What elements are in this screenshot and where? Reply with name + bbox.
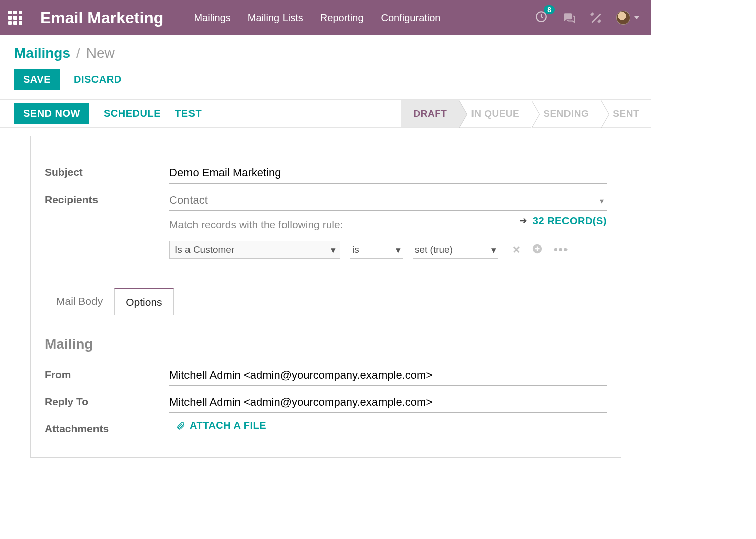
activities-button[interactable]: 8 — [535, 10, 548, 25]
paperclip-icon — [176, 421, 185, 430]
recipients-select[interactable] — [169, 191, 607, 211]
avatar — [616, 11, 630, 25]
reply-to-input[interactable] — [169, 393, 607, 413]
nav-mailing-lists[interactable]: Mailing Lists — [248, 12, 303, 24]
reply-to-label: Reply To — [45, 393, 169, 408]
apps-icon[interactable] — [8, 11, 22, 25]
status-in-queue[interactable]: IN QUEUE — [459, 100, 531, 127]
send-now-button[interactable]: SEND NOW — [14, 103, 89, 124]
form-sheet: Subject Recipients ▾ Match records with … — [30, 136, 621, 458]
chevron-down-icon: ▾ — [396, 244, 401, 256]
control-panel: Mailings / New SAVE DISCARD — [0, 35, 651, 100]
rule-operator-value: is — [352, 244, 359, 255]
status-sending-label: SENDING — [543, 108, 589, 119]
match-rule-hint: Match records with the following rule: — [169, 219, 343, 231]
breadcrumb-mailings[interactable]: Mailings — [14, 45, 70, 61]
nav-configuration[interactable]: Configuration — [381, 12, 441, 24]
test-button[interactable]: TEST — [175, 108, 202, 119]
chevron-down-icon: ▾ — [491, 244, 496, 256]
records-count-text: 32 RECORD(S) — [533, 215, 607, 227]
arrow-right-icon — [519, 216, 528, 225]
discard-button[interactable]: DISCARD — [74, 74, 122, 85]
user-menu[interactable] — [616, 11, 639, 25]
attach-file-button[interactable]: ATTACH A FILE — [176, 420, 266, 431]
filter-rule-row: Is a Customer ▾ is ▾ set (true) ▾ ✕ ••• — [169, 241, 607, 259]
from-label: From — [45, 366, 169, 381]
tab-mail-body[interactable]: Mail Body — [45, 288, 114, 315]
nav-reporting[interactable]: Reporting — [320, 12, 364, 24]
breadcrumb: Mailings / New — [14, 45, 637, 61]
records-count-link[interactable]: 32 RECORD(S) — [519, 215, 607, 227]
tab-options[interactable]: Options — [114, 288, 173, 315]
recipients-label: Recipients — [45, 191, 169, 206]
rule-value-select[interactable]: set (true) ▾ — [413, 241, 498, 259]
rule-field-value: Is a Customer — [175, 244, 234, 255]
more-rule-icon[interactable]: ••• — [554, 243, 569, 256]
rule-operator-select[interactable]: is ▾ — [350, 241, 403, 259]
rule-value-text: set (true) — [415, 244, 453, 255]
rule-field-select[interactable]: Is a Customer ▾ — [169, 241, 340, 259]
discuss-icon[interactable] — [562, 11, 575, 24]
attachments-label: Attachments — [45, 420, 169, 435]
add-rule-icon[interactable] — [532, 243, 543, 256]
subject-input[interactable] — [169, 163, 607, 184]
main-navbar: Email Marketing Mailings Mailing Lists R… — [0, 0, 651, 35]
activities-badge: 8 — [544, 5, 555, 14]
from-input[interactable] — [169, 366, 607, 386]
delete-rule-icon[interactable]: ✕ — [512, 244, 521, 256]
subject-label: Subject — [45, 163, 169, 178]
chevron-down-icon: ▾ — [331, 244, 336, 256]
nav-mailings[interactable]: Mailings — [194, 12, 230, 24]
tabs: Mail Body Options — [45, 287, 607, 315]
status-in-queue-label: IN QUEUE — [471, 108, 519, 119]
status-draft-label: DRAFT — [413, 108, 447, 119]
save-button[interactable]: SAVE — [14, 69, 60, 90]
status-sending[interactable]: SENDING — [531, 100, 601, 127]
app-brand[interactable]: Email Marketing — [40, 9, 163, 27]
attach-file-label: ATTACH A FILE — [190, 420, 266, 431]
status-draft[interactable]: DRAFT — [401, 100, 459, 127]
breadcrumb-separator: / — [76, 45, 80, 61]
breadcrumb-current: New — [86, 45, 115, 61]
schedule-button[interactable]: SCHEDULE — [104, 108, 161, 119]
tools-icon[interactable] — [589, 11, 602, 24]
chevron-down-icon — [634, 16, 639, 19]
statusbar: SEND NOW SCHEDULE TEST DRAFT IN QUEUE SE… — [0, 100, 651, 128]
section-mailing: Mailing — [45, 336, 607, 352]
status-sent-label: SENT — [613, 108, 639, 119]
